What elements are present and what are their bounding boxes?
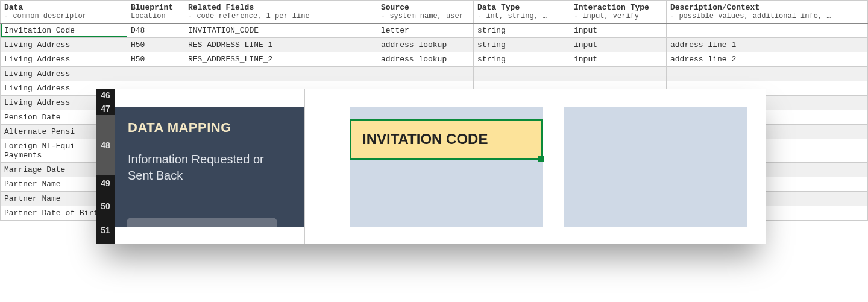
- cell-bp[interactable]: D48: [127, 24, 184, 38]
- table-row[interactable]: Living Address: [1, 67, 868, 81]
- table-row[interactable]: Living AddressH50RES_ADDRESS_LINE_1addre…: [1, 38, 868, 52]
- cell-desc[interactable]: [667, 67, 868, 81]
- cell-fill-handle[interactable]: [538, 156, 544, 162]
- cell-rel[interactable]: RES_ADDRESS_LINE_1: [184, 38, 377, 52]
- cell-rel[interactable]: INVITATION_CODE: [184, 24, 377, 38]
- cell-int[interactable]: input: [570, 52, 667, 67]
- row-number[interactable]: 48: [96, 115, 115, 175]
- cell-rel[interactable]: [184, 67, 377, 81]
- col-header-datatype[interactable]: Data Type- int, string, …: [474, 1, 570, 24]
- cell-data[interactable]: Living Address: [1, 38, 127, 52]
- row-number[interactable]: 46: [96, 89, 115, 102]
- col-header-blueprint[interactable]: BlueprintLocation: [127, 1, 184, 24]
- col-header-description[interactable]: Description/Context- possible values, ad…: [667, 1, 868, 24]
- cell-src[interactable]: address lookup: [377, 38, 474, 52]
- col-header-data[interactable]: Data- common descriptor: [1, 1, 127, 24]
- cell-dt[interactable]: string: [474, 38, 570, 52]
- data-mapping-card: DATA MAPPING Information Requested or Se…: [115, 107, 304, 227]
- cell-desc[interactable]: address line 1: [667, 38, 868, 52]
- table-header-row: Data- common descriptor BlueprintLocatio…: [1, 1, 868, 24]
- row-number[interactable]: 49: [96, 175, 115, 191]
- col-header-interaction[interactable]: Interaction Type- input, verify: [570, 1, 667, 24]
- cell-desc[interactable]: address line 2: [667, 52, 868, 67]
- cell-data[interactable]: Living Address: [1, 67, 127, 81]
- cell-src[interactable]: letter: [377, 24, 474, 38]
- cell-int[interactable]: input: [570, 38, 667, 52]
- selected-cell-label: INVITATION CODE: [362, 131, 488, 148]
- cell-dt[interactable]: string: [474, 52, 570, 67]
- row-number[interactable]: 51: [96, 221, 115, 239]
- cell-int[interactable]: input: [570, 24, 667, 38]
- preview-panel: [564, 107, 747, 227]
- card-title: DATA MAPPING: [128, 120, 291, 136]
- table-row[interactable]: Invitation CodeD48INVITATION_CODEletters…: [1, 24, 868, 38]
- col-header-related[interactable]: Related Fields- code reference, 1 per li…: [184, 1, 377, 24]
- col-header-source[interactable]: Source- system name, user: [377, 1, 474, 24]
- blueprint-preview-overlay: 46 47 48 49 50 51 DATA MAPPING Informati…: [96, 89, 766, 244]
- cell-data[interactable]: Invitation Code: [1, 24, 127, 38]
- cell-src[interactable]: address lookup: [377, 52, 474, 67]
- selected-cell-invitation-code[interactable]: INVITATION CODE: [350, 119, 542, 160]
- cell-bp[interactable]: H50: [127, 38, 184, 52]
- row-number-gutter: 46 47 48 49 50 51: [96, 89, 115, 244]
- cell-bp[interactable]: H50: [127, 52, 184, 67]
- cell-dt[interactable]: [474, 67, 570, 81]
- cell-src[interactable]: [377, 67, 474, 81]
- cell-data[interactable]: Living Address: [1, 52, 127, 67]
- table-row[interactable]: Living AddressH50RES_ADDRESS_LINE_2addre…: [1, 52, 868, 67]
- card-subtitle: Information Requested or Sent Back: [128, 151, 291, 184]
- cell-desc[interactable]: [667, 24, 868, 38]
- card-footer-bar: [127, 218, 277, 227]
- row-number[interactable]: 47: [96, 102, 115, 115]
- cell-int[interactable]: [570, 67, 667, 81]
- row-number[interactable]: 50: [96, 191, 115, 221]
- cell-rel[interactable]: RES_ADDRESS_LINE_2: [184, 52, 377, 67]
- cell-dt[interactable]: string: [474, 24, 570, 38]
- cell-bp[interactable]: [127, 67, 184, 81]
